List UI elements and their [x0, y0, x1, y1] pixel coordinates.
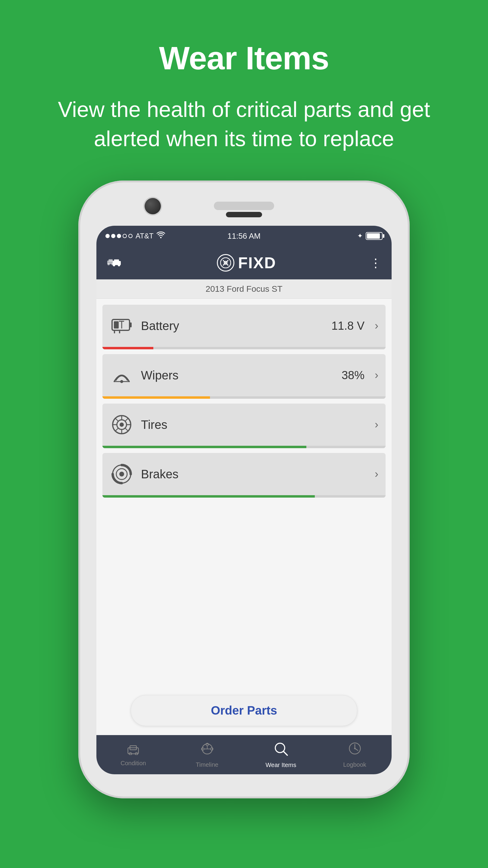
svg-rect-13 [130, 322, 132, 327]
battery-progress-fill [102, 347, 153, 349]
tires-progress-container [102, 446, 386, 448]
wrench-icon [220, 257, 231, 268]
svg-point-52 [354, 748, 355, 749]
svg-point-24 [120, 423, 124, 427]
battery-icon [366, 232, 383, 240]
condition-icon [126, 743, 141, 758]
svg-point-7 [118, 264, 120, 267]
bottom-nav: Condition Timeline [96, 735, 392, 774]
timeline-icon [200, 741, 215, 760]
condition-label: Condition [121, 760, 146, 767]
svg-line-31 [125, 418, 128, 421]
wipers-progress-container [102, 396, 386, 399]
wipers-item[interactable]: Wipers 38% › [102, 354, 386, 399]
nav-condition[interactable]: Condition [112, 743, 155, 767]
wifi-icon [157, 231, 165, 241]
tires-name: Tires [141, 418, 357, 432]
svg-point-2 [107, 263, 110, 266]
wipers-svg [111, 367, 132, 384]
tires-icon-item [110, 412, 134, 437]
battery-icon-item [110, 314, 134, 338]
header-logo: FIXD [217, 254, 276, 272]
svg-line-30 [125, 428, 128, 431]
battery-item[interactable]: Battery 11.8 V › [102, 305, 386, 349]
brakes-icon-item [110, 462, 134, 486]
battery-svg [111, 317, 132, 335]
header-cars [105, 255, 124, 270]
wipers-chevron: › [375, 369, 378, 381]
svg-point-6 [113, 264, 115, 267]
svg-line-29 [116, 418, 119, 421]
cars-icon [105, 255, 124, 270]
brakes-name: Brakes [141, 467, 357, 481]
phone-speaker [214, 202, 274, 210]
header-menu-button[interactable]: ⋮ [369, 256, 383, 270]
nav-wearitems[interactable]: Wear Items [260, 741, 302, 769]
wipers-icon-item [110, 363, 134, 387]
tires-item[interactable]: Tires › [102, 404, 386, 448]
phone-shell: AT&T 11:56 AM ✦ [78, 181, 410, 798]
dot-3 [117, 234, 121, 238]
battery-value: 11.8 V [331, 319, 364, 333]
app-header: FIXD ⋮ [96, 246, 392, 279]
items-list: Battery 11.8 V › [96, 299, 392, 686]
logo-icon [217, 254, 234, 272]
vehicle-bar: 2013 Ford Focus ST [96, 279, 392, 299]
wearitems-icon [273, 741, 289, 760]
svg-rect-5 [114, 259, 119, 262]
svg-rect-17 [114, 331, 115, 333]
wearitems-label: Wear Items [266, 762, 296, 769]
dot-1 [105, 234, 110, 238]
hero-subtitle: View the health of critical parts and ge… [33, 95, 455, 153]
svg-point-43 [206, 743, 208, 746]
logo-text: FIXD [238, 254, 276, 272]
wipers-name: Wipers [141, 369, 334, 382]
hero-title: Wear Items [159, 39, 329, 77]
brakes-chevron: › [375, 468, 378, 480]
dot-4 [123, 234, 127, 238]
svg-rect-14 [114, 321, 119, 329]
tires-svg [111, 414, 132, 435]
dot-5 [128, 234, 133, 238]
dot-2 [111, 234, 116, 238]
battery-fill [367, 233, 380, 239]
brakes-svg [111, 464, 132, 485]
brakes-progress-container [102, 495, 386, 498]
brakes-progress-fill [102, 495, 315, 498]
battery-chevron: › [375, 319, 378, 332]
timeline-label: Timeline [196, 761, 218, 768]
status-bar: AT&T 11:56 AM ✦ [96, 226, 392, 246]
svg-rect-18 [119, 331, 120, 333]
bluetooth-icon: ✦ [357, 232, 363, 240]
tires-progress-fill [102, 446, 306, 448]
svg-point-35 [119, 472, 124, 476]
wipers-progress-fill [102, 396, 210, 399]
carrier-text: AT&T [135, 232, 154, 240]
logbook-icon [348, 741, 362, 760]
tires-chevron: › [375, 418, 378, 431]
svg-point-41 [201, 748, 204, 750]
wipers-value: 38% [341, 369, 364, 382]
svg-rect-1 [109, 259, 113, 261]
status-left: AT&T [105, 231, 165, 241]
nav-logbook[interactable]: Logbook [334, 741, 376, 768]
svg-point-42 [210, 748, 213, 750]
battery-name: Battery [141, 319, 324, 333]
logbook-label: Logbook [343, 761, 366, 768]
time-display: 11:56 AM [227, 231, 261, 241]
vehicle-name: 2013 Ford Focus ST [205, 284, 282, 294]
brakes-item[interactable]: Brakes › [102, 453, 386, 498]
svg-line-32 [116, 428, 119, 431]
svg-line-48 [283, 751, 287, 755]
signal-dots [105, 234, 133, 238]
status-right: ✦ [357, 232, 383, 240]
phone-camera [144, 198, 161, 214]
phone-home-indicator [226, 212, 262, 217]
order-section: Order Parts [96, 686, 392, 735]
phone-screen: AT&T 11:56 AM ✦ [96, 226, 392, 774]
order-parts-button[interactable]: Order Parts [131, 695, 357, 726]
battery-progress-container [102, 347, 386, 349]
nav-timeline[interactable]: Timeline [186, 741, 228, 768]
